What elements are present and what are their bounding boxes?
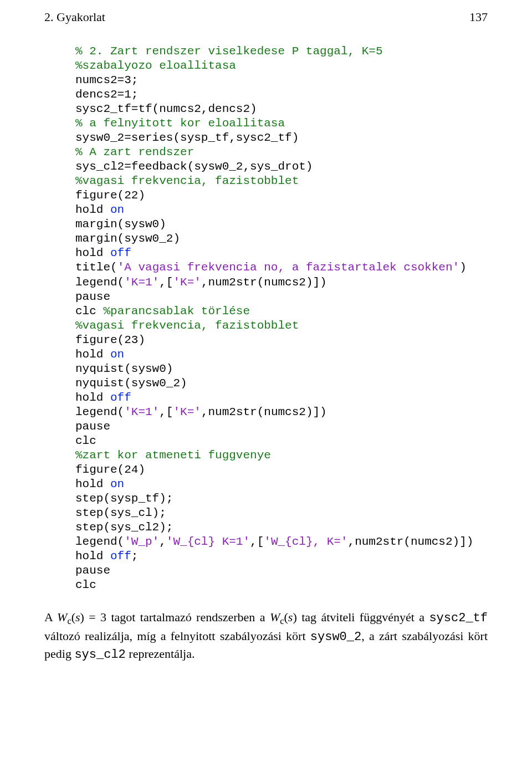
code-keyword: on [110, 478, 124, 490]
code-line: clc [75, 434, 96, 447]
code-block: % 2. Zart rendszer viselkedese P taggal,… [75, 44, 488, 592]
text: ) [293, 610, 296, 624]
inline-code: sysc2_tf [429, 611, 488, 625]
code-line: sysc2_tf=tf(numcs2,dencs2) [75, 103, 257, 115]
code-keyword: off [110, 550, 131, 562]
code-line: ,num2str(numcs2)]) [348, 535, 474, 548]
code-line: step(sysp_tf); [75, 492, 173, 505]
code-line: hold [75, 203, 110, 216]
code-line: pause [75, 564, 110, 577]
code-line: nyquist(sysw0_2) [75, 377, 187, 390]
code-line: hold [75, 391, 110, 404]
code-line: sysw0_2=series(sysp_tf,sysc2_tf) [75, 131, 299, 144]
inline-code: sysw0_2 [310, 630, 361, 644]
code-comment: %vagasi frekvencia, fazistobblet [75, 175, 299, 187]
code-line: hold [75, 478, 110, 490]
code-comment: %szabalyozo eloallitasa [75, 59, 236, 72]
code-line: ,[ [250, 535, 264, 548]
code-string: 'K=1' [124, 276, 159, 289]
page: 2. Gyakorlat 137 % 2. Zart rendszer vise… [0, 0, 532, 762]
code-line: clc [75, 305, 103, 318]
body-paragraph: A Wc(s) = 3 tagot tartalmazó rendszerben… [44, 609, 488, 663]
code-line: sys_cl2=feedback(sysw0_2,sys_drot) [75, 160, 313, 173]
code-line: legend( [75, 276, 124, 289]
code-line: ) [459, 261, 467, 274]
code-string: 'K=' [173, 276, 201, 289]
code-comment: % A zart rendszer [75, 146, 194, 158]
code-string: 'W_{cl} K=1' [166, 535, 250, 548]
code-line: legend( [75, 535, 124, 548]
text: változó realizálja, míg a felnyitott sza… [44, 629, 310, 643]
text: ( [284, 610, 288, 624]
code-line: pause [75, 290, 110, 303]
code-string: 'K=' [173, 406, 201, 418]
code-line: hold [75, 348, 110, 361]
text: tag átviteli függvényét a [297, 610, 424, 624]
code-line: figure(22) [75, 189, 145, 202]
code-line: , [159, 535, 166, 548]
code-line: step(sys_cl2); [75, 521, 173, 534]
code-line: ,[ [159, 406, 173, 418]
code-line: hold [75, 550, 110, 562]
code-keyword: off [110, 247, 131, 259]
code-line: numcs2=3; [75, 74, 138, 86]
math-sub: c [67, 616, 71, 627]
code-keyword: on [110, 203, 124, 216]
code-line: legend( [75, 406, 124, 418]
code-line: margin(sysw0_2) [75, 232, 180, 245]
code-line: dencs2=1; [75, 88, 138, 101]
text: , a zárt [361, 629, 397, 643]
text: A [44, 610, 57, 624]
code-keyword: off [110, 391, 131, 404]
page-number: 137 [469, 10, 488, 24]
code-line: step(sys_cl); [75, 507, 166, 519]
code-line: ,num2str(numcs2)]) [201, 406, 327, 418]
code-line: ; [131, 550, 139, 562]
code-line: figure(23) [75, 334, 145, 346]
math-var: s [75, 610, 80, 624]
math-var: W [270, 610, 280, 624]
section-title: 2. Gyakorlat [44, 10, 105, 24]
code-comment: % 2. Zart rendszer viselkedese P taggal,… [75, 45, 383, 58]
code-string: 'W_p' [124, 535, 159, 548]
code-keyword: on [110, 348, 124, 361]
inline-code: sys_cl2 [74, 648, 125, 662]
code-comment: % a felnyitott kor eloallitasa [75, 117, 285, 130]
code-line: ,[ [159, 276, 173, 289]
text: ) = 3 [80, 610, 107, 624]
code-string: 'W_{cl}, K=' [264, 535, 347, 548]
code-line: pause [75, 420, 110, 433]
text: reprezentálja. [126, 647, 195, 661]
code-line: clc [75, 579, 96, 591]
code-string: 'A vagasi frekvencia no, a fazistartalek… [117, 261, 460, 274]
page-header: 2. Gyakorlat 137 [44, 10, 488, 24]
code-comment: %parancsablak törlése [103, 305, 250, 318]
code-comment: %zart kor atmeneti fuggvenye [75, 449, 271, 462]
math-var: W [57, 610, 67, 624]
code-line: title( [75, 261, 117, 274]
code-line: ,num2str(numcs2)]) [201, 276, 327, 289]
text: ( [71, 610, 75, 624]
code-line: hold [75, 247, 110, 259]
code-line: margin(sysw0) [75, 218, 166, 231]
code-line: nyquist(sysw0) [75, 362, 173, 375]
code-line: figure(24) [75, 463, 145, 476]
math-sub: c [280, 616, 284, 627]
text: tagot tartalmazó rendszerben a [106, 610, 270, 624]
code-comment: %vagasi frekvencia, fazistobblet [75, 319, 299, 332]
code-string: 'K=1' [124, 406, 159, 418]
